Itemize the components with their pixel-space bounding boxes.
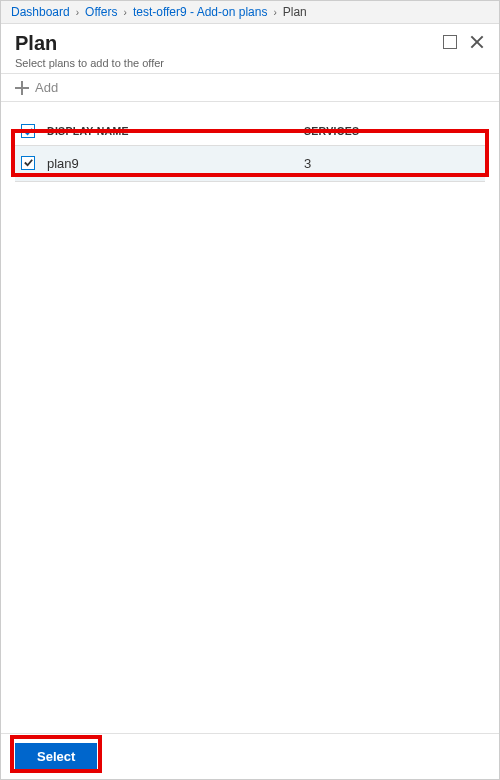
column-header-services[interactable]: SERVICES — [298, 118, 485, 145]
breadcrumb: Dashboard › Offers › test-offer9 - Add-o… — [1, 1, 499, 24]
chevron-right-icon: › — [124, 7, 127, 18]
breadcrumb-item-current: Plan — [283, 5, 307, 19]
chevron-right-icon: › — [273, 7, 276, 18]
column-header-display-name[interactable]: DISPLAY NAME — [41, 118, 298, 145]
chevron-right-icon: › — [76, 7, 79, 18]
page-title: Plan — [15, 32, 164, 55]
row-checkbox[interactable] — [21, 156, 35, 170]
check-icon — [23, 157, 34, 168]
row-display-name: plan9 — [41, 145, 298, 182]
toolbar: Add — [1, 74, 499, 102]
content-area: DISPLAY NAME SERVICES plan9 3 — [1, 102, 499, 733]
plus-icon — [15, 81, 29, 95]
maximize-icon[interactable] — [443, 35, 457, 49]
table-row[interactable]: plan9 3 — [15, 145, 485, 182]
select-button[interactable]: Select — [15, 743, 97, 770]
blade-header: Plan Select plans to add to the offer — [1, 24, 499, 74]
plans-table: DISPLAY NAME SERVICES plan9 3 — [15, 118, 485, 182]
row-services: 3 — [298, 145, 485, 182]
breadcrumb-item-offer-addon[interactable]: test-offer9 - Add-on plans — [133, 5, 268, 19]
check-icon — [23, 126, 34, 137]
footer: Select — [1, 733, 499, 779]
add-button[interactable]: Add — [35, 80, 58, 95]
close-icon[interactable] — [469, 34, 485, 50]
select-all-checkbox[interactable] — [21, 124, 35, 138]
breadcrumb-item-dashboard[interactable]: Dashboard — [11, 5, 70, 19]
page-subtitle: Select plans to add to the offer — [15, 57, 164, 69]
breadcrumb-item-offers[interactable]: Offers — [85, 5, 117, 19]
